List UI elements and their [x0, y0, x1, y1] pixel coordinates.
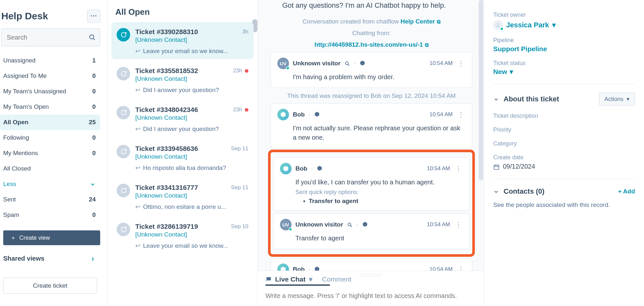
nav-my-teams-open[interactable]: My Team's Open0 — [0, 99, 100, 115]
bot-avatar-icon — [277, 264, 289, 271]
message-more-button[interactable]: ⋮ — [454, 165, 463, 172]
message-text: I'm not actually sure. Please rephrase y… — [293, 124, 466, 142]
bot-intro-text: Got any questions? I'm an AI Chatbot hap… — [282, 1, 446, 10]
chat-bubble-icon — [117, 184, 130, 197]
unread-dot-icon — [245, 69, 248, 73]
svg-point-6 — [497, 23, 499, 25]
svg-line-5 — [351, 226, 352, 227]
message-time: 10:54 AM — [427, 221, 450, 228]
status-select[interactable]: New ▾ — [493, 68, 513, 76]
nav-my-teams-unassigned[interactable]: My Team's Unassigned0 — [0, 84, 100, 99]
ticket-item[interactable]: Ticket #3355818532 23h [Unknown Contact]… — [111, 61, 254, 98]
message-time: 10:54 AM — [427, 165, 450, 172]
ticket-time: 23h — [233, 107, 248, 113]
ticket-preview: ↩ Ottimo, non esitare a porre u... — [135, 203, 248, 210]
message-text: Transfer to agent — [295, 234, 463, 243]
chat-url-link[interactable]: http://46459812.hs-sites.com/en-us/-1⧉ — [314, 41, 428, 48]
search-icon[interactable] — [347, 221, 353, 228]
ticket-list-header: All Open — [108, 0, 257, 22]
bot-cube-icon — [317, 165, 323, 172]
compose-input[interactable] — [258, 286, 484, 306]
priority-label: Priority — [493, 126, 635, 133]
nav-assigned-to-me[interactable]: Assigned To Me0 — [0, 68, 100, 84]
chat-bubble-icon — [117, 67, 130, 80]
svg-rect-7 — [494, 165, 499, 169]
message-more-button[interactable]: ⋮ — [457, 265, 466, 271]
ticket-item[interactable]: Ticket #3348042346 23h [Unknown Contact]… — [111, 100, 254, 137]
message-sender: Unknown visitor — [293, 60, 341, 67]
create-ticket-button[interactable]: Create ticket — [3, 278, 97, 294]
ticket-list: All Open Ticket #3390288310 3h [Unknown … — [108, 0, 258, 306]
visitor-avatar-icon: UV — [277, 58, 289, 69]
ticket-contact: [Unknown Contact] — [135, 114, 248, 121]
search-icon[interactable] — [344, 60, 350, 67]
nav-my-mentions[interactable]: My Mentions0 — [0, 145, 100, 161]
less-toggle[interactable]: Less — [0, 176, 100, 192]
ticket-item[interactable]: Ticket #3286139719 Sep 10 [Unknown Conta… — [111, 217, 254, 254]
message-sender: Bob — [293, 111, 305, 118]
message-text: If you'd like, I can transfer you to a h… — [295, 178, 463, 187]
ticket-title: Ticket #3348042346 — [135, 106, 198, 114]
ticket-time: Sep 10 — [231, 223, 248, 230]
ticket-preview: ↩ Did I answer your question? — [135, 86, 248, 94]
chevron-down-icon: ▾ — [510, 68, 513, 76]
actions-button[interactable]: Actions▾ — [599, 93, 635, 106]
ticket-preview: ↩ Leave your email so we know... — [135, 242, 248, 249]
category-label: Category — [493, 140, 635, 147]
add-contact-button[interactable]: + Add — [618, 188, 635, 195]
contacts-subtitle: See the people associated with this reco… — [493, 201, 635, 209]
nav-sent[interactable]: Sent24 — [0, 192, 100, 207]
reply-arrow-icon: ↩ — [135, 242, 140, 249]
sidebar-more-button[interactable]: ··· — [87, 10, 100, 23]
ticket-title: Ticket #3355818532 — [135, 67, 198, 75]
avatar-icon — [493, 20, 503, 30]
drag-handle-icon[interactable]: :::::::::::: — [360, 272, 382, 277]
create-view-button[interactable]: ＋ Create view — [3, 230, 100, 245]
reassign-note: This thread was reassigned to Bob on Sep… — [267, 92, 476, 99]
bot-cube-icon — [314, 266, 321, 271]
about-section-toggle[interactable]: About this ticket — [493, 95, 559, 103]
owner-label: Ticket owner — [493, 12, 635, 18]
ticket-item[interactable]: Ticket #3339458636 Sep 11 [Unknown Conta… — [111, 139, 254, 176]
chat-bubble-icon — [117, 28, 130, 42]
contacts-section-toggle[interactable]: Contacts (0) — [493, 187, 544, 196]
conversation-panel: Got any questions? I'm an AI Chatbot hap… — [258, 0, 484, 306]
nav-spam[interactable]: Spam0 — [0, 207, 100, 223]
chat-icon — [265, 276, 272, 283]
ticket-contact: [Unknown Contact] — [135, 36, 248, 43]
quick-reply-option: • Transfer to agent — [303, 198, 463, 205]
ticket-contact: [Unknown Contact] — [135, 153, 248, 160]
ticket-item[interactable]: Ticket #3341316777 Sep 11 [Unknown Conta… — [111, 178, 254, 215]
reply-arrow-icon: ↩ — [135, 86, 140, 94]
message-more-button[interactable]: ⋮ — [454, 221, 463, 228]
ticket-title: Ticket #3286139719 — [135, 223, 198, 230]
bot-avatar-icon — [277, 109, 289, 120]
message-more-button[interactable]: ⋮ — [457, 60, 466, 67]
svg-point-4 — [348, 223, 351, 226]
nav-following[interactable]: Following0 — [0, 130, 100, 145]
svg-line-1 — [93, 39, 95, 40]
pipeline-link[interactable]: Support Pipeline — [493, 45, 547, 53]
message-more-button[interactable]: ⋮ — [457, 111, 466, 118]
ticket-item[interactable]: Ticket #3390288310 3h [Unknown Contact] … — [111, 22, 254, 59]
sidebar-title: Help Desk — [1, 11, 48, 22]
chat-bubble-icon — [117, 145, 130, 158]
ticket-title: Ticket #3341316777 — [135, 184, 198, 191]
desc-label: Ticket description — [493, 113, 635, 119]
chevron-down-icon: ▾ — [552, 21, 556, 29]
create-date-value: 09/12/2024 — [493, 163, 635, 170]
ticket-time: 23h — [233, 68, 248, 74]
reply-arrow-icon: ↩ — [135, 125, 140, 133]
nav-all-closed[interactable]: All Closed — [0, 161, 100, 176]
nav-unassigned[interactable]: Unassigned1 — [0, 53, 100, 68]
ticket-contact: [Unknown Contact] — [135, 231, 248, 238]
unread-dot-icon — [245, 108, 248, 112]
reply-arrow-icon: ↩ — [135, 164, 140, 172]
nav-all-open[interactable]: All Open25 — [0, 115, 100, 130]
chatflow-link[interactable]: Help Center⧉ — [400, 18, 440, 25]
owner-select[interactable]: Jessica Park ▾ — [493, 20, 635, 30]
external-link-icon: ⧉ — [425, 42, 428, 48]
shared-views-toggle[interactable]: Shared views — [0, 255, 100, 262]
search-input[interactable] — [1, 28, 100, 46]
chevron-down-icon — [493, 187, 499, 196]
